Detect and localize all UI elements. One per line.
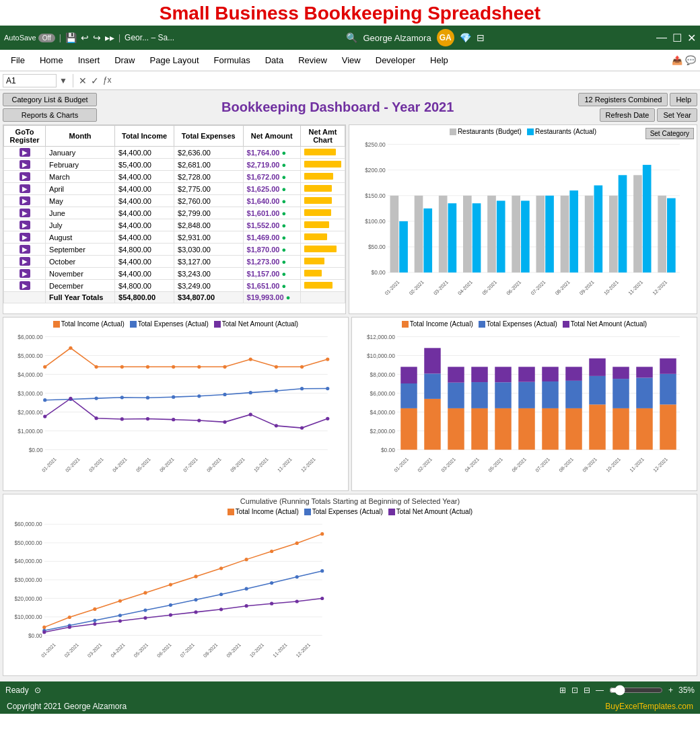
menu-insert[interactable]: Insert xyxy=(71,53,107,67)
line-net-label: Total Net Amount (Actual) xyxy=(222,320,298,328)
maximize-btn[interactable]: ☐ xyxy=(672,32,682,44)
line-chart-svg: $6,000.00$5,000.00$4,000.00$3,000.00$2,0… xyxy=(6,330,345,485)
menu-view[interactable]: View xyxy=(335,53,368,67)
month-cell: April xyxy=(46,183,115,195)
set-category-button[interactable]: Set Category xyxy=(645,128,694,139)
close-btn[interactable]: ✕ xyxy=(687,32,696,44)
income-cell: $4,400.00 xyxy=(115,219,174,231)
cell-reference-input[interactable] xyxy=(3,74,57,87)
svg-text:$10,000.00: $10,000.00 xyxy=(14,614,42,620)
menu-review[interactable]: Review xyxy=(291,53,334,67)
formula-bar: ▼ ✕ ✓ ƒx xyxy=(0,71,700,90)
svg-rect-140 xyxy=(424,373,441,399)
svg-point-225 xyxy=(118,619,122,622)
bar-chart-legend: Restaurants (Budget) Restaurants (Actual… xyxy=(352,128,694,135)
menu-developer[interactable]: Developer xyxy=(369,53,422,67)
cancel-formula-icon[interactable]: ✕ xyxy=(79,75,87,86)
svg-text:$50.00: $50.00 xyxy=(368,244,386,250)
menu-data[interactable]: Data xyxy=(258,53,290,67)
more-icon[interactable]: ▸▸ xyxy=(105,32,114,43)
layout-icon[interactable]: ⊟ xyxy=(477,32,485,43)
menu-file[interactable]: File xyxy=(4,53,32,67)
goto-cell[interactable]: ▶ xyxy=(4,280,46,292)
set-year-button[interactable]: Set Year xyxy=(657,108,697,122)
svg-text:02-2021: 02-2021 xyxy=(417,456,433,473)
svg-text:$60,000.00: $60,000.00 xyxy=(14,521,42,527)
svg-rect-163 xyxy=(612,408,629,450)
view-normal-icon[interactable]: ⊞ xyxy=(559,686,566,695)
table-row: ▶ February $5,400.00 $2,681.00 $2,719.00… xyxy=(4,159,345,171)
goto-cell[interactable]: ▶ xyxy=(4,147,46,159)
share-icon[interactable]: 📤 xyxy=(672,55,682,65)
income-cell: $4,400.00 xyxy=(115,171,174,183)
svg-rect-36 xyxy=(536,196,545,272)
svg-rect-157 xyxy=(565,408,582,450)
minimize-btn[interactable]: — xyxy=(656,32,667,44)
month-cell: November xyxy=(46,268,115,280)
goto-cell[interactable]: ▶ xyxy=(4,195,46,207)
goto-cell[interactable]: ▶ xyxy=(4,159,46,171)
svg-rect-139 xyxy=(424,399,441,450)
svg-point-206 xyxy=(245,558,248,561)
undo-icon[interactable]: ↩ xyxy=(81,32,89,43)
ribbon-sep2: | xyxy=(118,33,120,42)
svg-text:04-2021: 04-2021 xyxy=(110,642,127,659)
svg-point-88 xyxy=(94,396,98,400)
menu-help[interactable]: Help xyxy=(423,53,455,67)
help-button[interactable]: Help xyxy=(670,93,697,106)
svg-point-227 xyxy=(169,614,172,617)
registers-combined-button[interactable]: 12 Registers Combined xyxy=(578,93,668,106)
menu-formulas[interactable]: Formulas xyxy=(207,53,257,67)
refresh-date-button[interactable]: Refresh Date xyxy=(600,108,656,122)
goto-cell[interactable]: ▶ xyxy=(4,256,46,268)
action-bar: Category List & Budget Reports & Charts … xyxy=(3,93,697,122)
goto-cell[interactable]: ▶ xyxy=(4,231,46,244)
view-page-icon[interactable]: ⊡ xyxy=(571,686,578,695)
goto-cell[interactable]: ▶ xyxy=(4,183,46,195)
goto-cell[interactable]: ▶ xyxy=(4,244,46,256)
footer-website[interactable]: BuyExcelTemplates.com xyxy=(605,702,693,711)
autosave-toggle[interactable]: Off xyxy=(38,34,55,42)
svg-text:04-2021: 04-2021 xyxy=(111,456,128,473)
goto-cell[interactable]: ▶ xyxy=(4,207,46,219)
zoom-in-icon[interactable]: + xyxy=(668,686,673,695)
svg-point-233 xyxy=(320,597,324,600)
ribbon-center: 🔍 George Alzamora GA 💎 ⊟ xyxy=(178,29,652,46)
svg-point-84 xyxy=(300,365,304,369)
redo-icon[interactable]: ↪ xyxy=(93,32,101,43)
insert-function-icon[interactable]: ƒx xyxy=(103,75,112,86)
menu-home[interactable]: Home xyxy=(33,53,70,67)
svg-point-105 xyxy=(223,420,226,424)
goto-cell[interactable]: ▶ xyxy=(4,268,46,280)
svg-text:$40,000.00: $40,000.00 xyxy=(14,558,42,564)
svg-rect-34 xyxy=(512,196,520,272)
formula-input[interactable] xyxy=(114,75,697,87)
zoom-out-icon[interactable]: — xyxy=(596,686,604,695)
svg-point-215 xyxy=(169,603,172,607)
reports-charts-button[interactable]: Reports & Charts xyxy=(3,108,97,122)
category-list-button[interactable]: Category List & Budget xyxy=(3,93,97,106)
net-bar xyxy=(304,161,341,168)
svg-point-80 xyxy=(197,365,201,369)
comment-icon[interactable]: 💬 xyxy=(685,55,696,65)
col-chart: Net Amt Chart xyxy=(301,126,345,147)
svg-rect-150 xyxy=(495,367,512,382)
cum-expenses-legend: Total Expenses (Actual) xyxy=(304,508,383,515)
income-cell: $4,800.00 xyxy=(115,244,174,256)
zoom-slider[interactable] xyxy=(609,685,663,696)
menu-page-layout[interactable]: Page Layout xyxy=(143,53,206,67)
menu-draw[interactable]: Draw xyxy=(108,53,141,67)
goto-cell[interactable]: ▶ xyxy=(4,219,46,231)
totals-expenses: $34,807.00 xyxy=(174,292,244,303)
view-break-icon[interactable]: ⊟ xyxy=(584,686,590,695)
search-icon[interactable]: 🔍 xyxy=(346,32,357,43)
confirm-formula-icon[interactable]: ✓ xyxy=(91,75,99,86)
save-icon[interactable]: 💾 xyxy=(65,32,77,43)
formula-expand-icon[interactable]: ▼ xyxy=(59,76,67,85)
svg-point-198 xyxy=(42,626,46,629)
net-bar xyxy=(304,270,322,276)
svg-rect-37 xyxy=(545,196,554,272)
goto-cell[interactable]: ▶ xyxy=(4,171,46,183)
month-cell: August xyxy=(46,231,115,244)
stacked-net-legend: Total Net Amount (Actual) xyxy=(563,320,647,328)
